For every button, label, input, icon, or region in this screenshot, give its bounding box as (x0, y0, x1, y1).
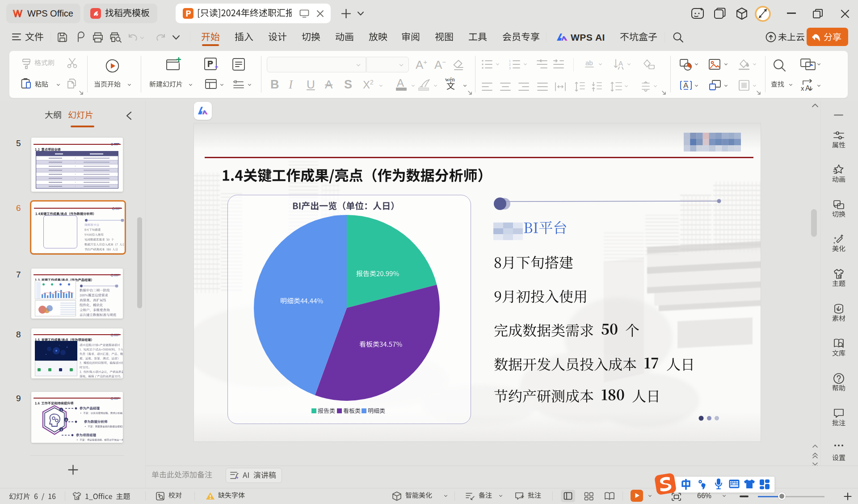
svg-text:1: 1 (509, 59, 511, 63)
svg-text:A: A (805, 84, 810, 92)
svg-text:A: A (618, 59, 623, 67)
svg-text:x: x (801, 84, 804, 92)
svg-text:ab: ab (585, 59, 593, 67)
svg-text:A: A (683, 81, 689, 90)
svg-text:3: 3 (509, 67, 511, 69)
svg-text:2: 2 (509, 63, 511, 66)
